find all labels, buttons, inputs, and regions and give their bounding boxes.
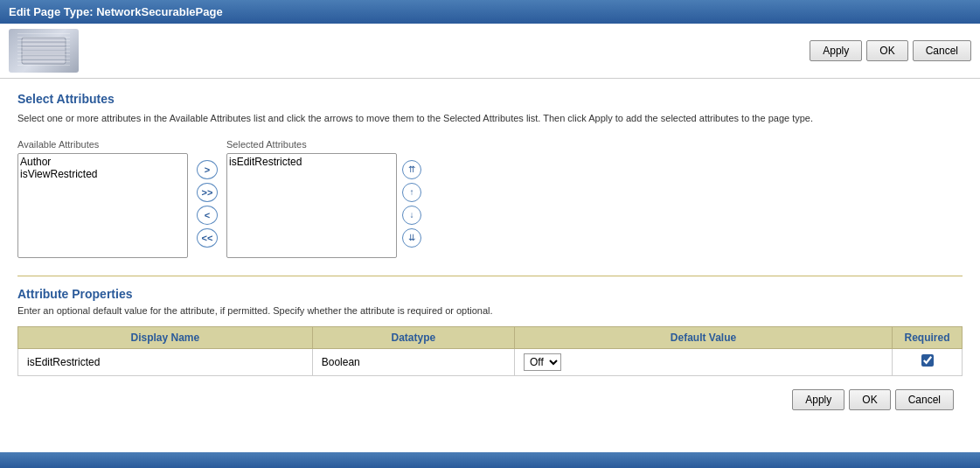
arrow-buttons-panel: > >> < << (188, 160, 226, 248)
col-display-name: Display Name (18, 326, 313, 348)
title-text: Edit Page Type: NetworkSecurablePage (9, 5, 223, 18)
title-bar: Edit Page Type: NetworkSecurablePage (0, 0, 980, 24)
order-buttons-panel: ⇈ ↑ ↓ ⇊ (397, 160, 427, 248)
attributes-area: Available Attributes Author isViewRestri… (17, 139, 963, 258)
move-all-right-button[interactable]: >> (197, 183, 218, 202)
table-row: isEditRestricted Boolean Off On (18, 348, 963, 375)
move-top-button[interactable]: ⇈ (402, 160, 421, 179)
selected-item-iseditrestricted[interactable]: isEditRestricted (229, 156, 394, 168)
cell-required (893, 348, 963, 375)
selected-attributes-group: Selected Attributes isEditRestricted (226, 139, 397, 258)
selected-listbox[interactable]: isEditRestricted (226, 153, 397, 258)
select-attributes-desc: Select one or more attributes in the Ava… (17, 111, 963, 126)
move-bottom-button[interactable]: ⇊ (402, 228, 421, 248)
available-item-isviewrestricted[interactable]: isViewRestricted (20, 168, 185, 180)
available-listbox[interactable]: Author isViewRestricted (17, 153, 188, 258)
properties-table: Display Name Datatype Default Value Requ… (17, 326, 963, 376)
footer-buttons: Apply OK Cancel (17, 376, 963, 419)
main-content: Select Attributes Select one or more att… (0, 79, 980, 432)
logo-image (17, 33, 70, 68)
required-checkbox[interactable] (921, 354, 934, 367)
available-item-author[interactable]: Author (20, 156, 185, 168)
available-label: Available Attributes (17, 139, 188, 150)
logo (9, 29, 79, 73)
footer-apply-button[interactable]: Apply (792, 389, 844, 410)
attr-properties-title: Attribute Properties (17, 287, 963, 301)
svg-rect-0 (22, 38, 66, 64)
header-buttons: Apply OK Cancel (810, 40, 971, 61)
header-apply-button[interactable]: Apply (810, 40, 862, 61)
attr-properties-desc: Enter an optional default value for the … (17, 305, 963, 316)
cell-datatype: Boolean (312, 348, 514, 375)
section-divider (17, 276, 963, 276)
footer-cancel-button[interactable]: Cancel (895, 389, 954, 410)
select-attributes-title: Select Attributes (17, 92, 963, 106)
selected-label: Selected Attributes (226, 139, 397, 150)
move-down-button[interactable]: ↓ (402, 206, 421, 225)
move-left-button[interactable]: < (197, 206, 218, 225)
move-all-left-button[interactable]: << (197, 228, 218, 248)
available-attributes-group: Available Attributes Author isViewRestri… (17, 139, 188, 258)
col-datatype: Datatype (312, 326, 514, 348)
bottom-bar (0, 452, 980, 468)
move-up-button[interactable]: ↑ (402, 183, 421, 202)
header-area: Apply OK Cancel (0, 24, 980, 79)
cell-display-name: isEditRestricted (18, 348, 313, 375)
cell-default-value: Off On (515, 348, 893, 375)
move-right-button[interactable]: > (197, 160, 218, 179)
col-required: Required (893, 326, 963, 348)
col-default-value: Default Value (515, 326, 893, 348)
header-cancel-button[interactable]: Cancel (913, 40, 971, 61)
header-ok-button[interactable]: OK (866, 40, 907, 61)
default-value-select[interactable]: Off On (524, 353, 561, 371)
footer-ok-button[interactable]: OK (849, 389, 890, 410)
